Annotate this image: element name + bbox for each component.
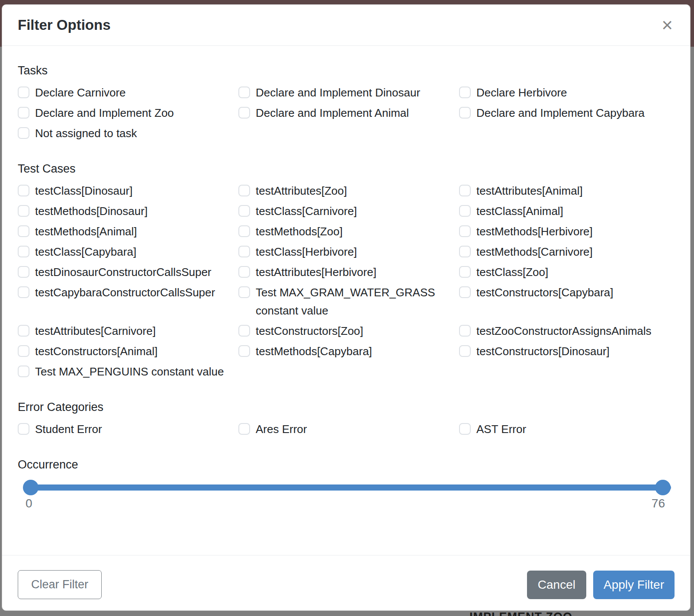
checkbox-label: testConstructors[Zoo] xyxy=(256,322,363,340)
checkbox[interactable] xyxy=(238,107,250,119)
checkbox-item[interactable]: testMethods[Animal] xyxy=(18,222,238,241)
checkbox-item[interactable]: testMethods[Herbivore] xyxy=(459,222,675,241)
checkbox[interactable] xyxy=(18,185,29,196)
checkbox-item[interactable]: testDinosaurConstructorCallsSuper xyxy=(18,263,238,281)
checkbox[interactable] xyxy=(18,87,29,98)
checkbox-item[interactable]: testClass[Herbivore] xyxy=(238,243,459,261)
occurrence-section: Occurrence 0 76 xyxy=(18,458,675,510)
checkbox-item[interactable]: testMethods[Zoo] xyxy=(238,222,459,241)
checkbox[interactable] xyxy=(18,366,29,377)
checkbox[interactable] xyxy=(459,185,471,196)
close-icon[interactable]: × xyxy=(660,17,675,32)
checkbox[interactable] xyxy=(18,127,29,139)
checkbox[interactable] xyxy=(459,286,471,298)
checkbox[interactable] xyxy=(18,225,29,237)
checkbox[interactable] xyxy=(18,325,29,337)
checkbox-label: Ares Error xyxy=(256,420,307,438)
checkbox-item[interactable]: testAttributes[Herbivore] xyxy=(238,263,459,281)
checkbox[interactable] xyxy=(238,225,250,237)
occurrence-slider[interactable] xyxy=(18,479,675,496)
checkbox-item[interactable]: Declare Carnivore xyxy=(18,83,238,102)
checkbox-item[interactable]: testConstructors[Dinosaur] xyxy=(459,342,675,360)
checkbox[interactable] xyxy=(459,246,471,257)
checkbox-label: testDinosaurConstructorCallsSuper xyxy=(35,263,212,281)
checkbox-item[interactable]: testClass[Animal] xyxy=(459,202,675,220)
checkbox-item[interactable]: testZooConstructorAssignsAnimals xyxy=(459,322,675,340)
checkbox[interactable] xyxy=(459,107,471,119)
slider-track[interactable] xyxy=(24,484,671,491)
checkbox-item[interactable]: Declare and Implement Capybara xyxy=(459,104,675,122)
checkbox[interactable] xyxy=(459,345,471,357)
checkbox-label: testMethods[Animal] xyxy=(35,222,137,241)
checkbox-item[interactable]: testCapybaraConstructorCallsSuper xyxy=(18,283,238,320)
checkbox-item[interactable]: Declare and Implement Zoo xyxy=(18,104,238,122)
apply-filter-button[interactable]: Apply Filter xyxy=(593,571,675,599)
checkbox[interactable] xyxy=(18,423,29,435)
checkbox[interactable] xyxy=(238,286,250,298)
checkbox-item[interactable]: testAttributes[Carnivore] xyxy=(18,322,238,340)
checkbox-label: testCapybaraConstructorCallsSuper xyxy=(35,283,215,302)
checkbox-label: testClass[Carnivore] xyxy=(256,202,357,220)
checkbox-item[interactable]: testMethods[Capybara] xyxy=(238,342,459,360)
tasks-checkbox-grid: Declare CarnivoreDeclare and Implement D… xyxy=(18,83,675,142)
checkbox-label: testAttributes[Herbivore] xyxy=(256,263,376,281)
checkbox[interactable] xyxy=(18,205,29,217)
checkbox-item[interactable]: testConstructors[Zoo] xyxy=(238,322,459,340)
checkbox-item[interactable]: testAttributes[Animal] xyxy=(459,182,675,200)
checkbox-item[interactable]: Test MAX_GRAM_WATER_GRASS constant value xyxy=(238,283,459,320)
checkbox-item[interactable]: Declare and Implement Dinosaur xyxy=(238,83,459,102)
checkbox[interactable] xyxy=(238,266,250,278)
checkbox[interactable] xyxy=(238,246,250,257)
checkbox-label: testMethods[Dinosaur] xyxy=(35,202,148,220)
checkbox[interactable] xyxy=(18,266,29,278)
modal-body: Tasks Declare CarnivoreDeclare and Imple… xyxy=(2,46,690,555)
slider-handle-min[interactable] xyxy=(23,480,39,495)
checkbox-item[interactable]: Not assigned to task xyxy=(18,124,238,142)
error-categories-checkbox-grid: Student ErrorAres ErrorAST Error xyxy=(18,420,675,438)
checkbox[interactable] xyxy=(238,87,250,98)
checkbox-item[interactable]: AST Error xyxy=(459,420,675,438)
checkbox-item[interactable]: testClass[Dinosaur] xyxy=(18,182,238,200)
cancel-button[interactable]: Cancel xyxy=(527,571,586,599)
checkbox-label: Test MAX_GRAM_WATER_GRASS constant value xyxy=(256,283,456,320)
test-cases-section: Test Cases testClass[Dinosaur]testAttrib… xyxy=(18,162,675,381)
checkbox[interactable] xyxy=(18,107,29,119)
checkbox-label: testMethods[Herbivore] xyxy=(476,222,593,241)
checkbox-item[interactable]: testClass[Zoo] xyxy=(459,263,675,281)
checkbox[interactable] xyxy=(459,87,471,98)
checkbox-item[interactable]: testAttributes[Zoo] xyxy=(238,182,459,200)
checkbox[interactable] xyxy=(18,246,29,257)
checkbox-item[interactable]: testClass[Carnivore] xyxy=(238,202,459,220)
checkbox[interactable] xyxy=(238,423,250,435)
checkbox[interactable] xyxy=(238,345,250,357)
test-cases-checkbox-grid: testClass[Dinosaur]testAttributes[Zoo]te… xyxy=(18,182,675,381)
checkbox-label: testClass[Capybara] xyxy=(35,243,136,261)
checkbox-item[interactable]: testMethods[Carnivore] xyxy=(459,243,675,261)
checkbox[interactable] xyxy=(459,266,471,278)
checkbox-item[interactable]: Student Error xyxy=(18,420,238,438)
checkbox[interactable] xyxy=(459,423,471,435)
checkbox-item[interactable]: Declare Herbivore xyxy=(459,83,675,102)
checkbox-item[interactable]: Test MAX_PENGUINS constant value xyxy=(18,363,238,381)
checkbox-label: Declare Herbivore xyxy=(476,83,567,102)
checkbox-item[interactable]: Declare and Implement Animal xyxy=(238,104,459,122)
test-cases-heading: Test Cases xyxy=(18,162,675,176)
checkbox[interactable] xyxy=(459,225,471,237)
checkbox[interactable] xyxy=(238,325,250,337)
checkbox-item[interactable]: testConstructors[Animal] xyxy=(18,342,238,360)
checkbox[interactable] xyxy=(459,325,471,337)
checkbox-label: testAttributes[Zoo] xyxy=(256,182,347,200)
checkbox-label: Not assigned to task xyxy=(35,124,137,142)
background-page-text: IMPLEMENT ZOO xyxy=(469,610,572,616)
checkbox-item[interactable]: testConstructors[Capybara] xyxy=(459,283,675,320)
checkbox[interactable] xyxy=(18,345,29,357)
checkbox-item[interactable]: testClass[Capybara] xyxy=(18,243,238,261)
checkbox[interactable] xyxy=(459,205,471,217)
checkbox[interactable] xyxy=(18,286,29,298)
checkbox[interactable] xyxy=(238,185,250,196)
clear-filter-button[interactable]: Clear Filter xyxy=(18,570,102,599)
checkbox-item[interactable]: testMethods[Dinosaur] xyxy=(18,202,238,220)
slider-handle-max[interactable] xyxy=(655,480,671,495)
checkbox[interactable] xyxy=(238,205,250,217)
checkbox-item[interactable]: Ares Error xyxy=(238,420,459,438)
